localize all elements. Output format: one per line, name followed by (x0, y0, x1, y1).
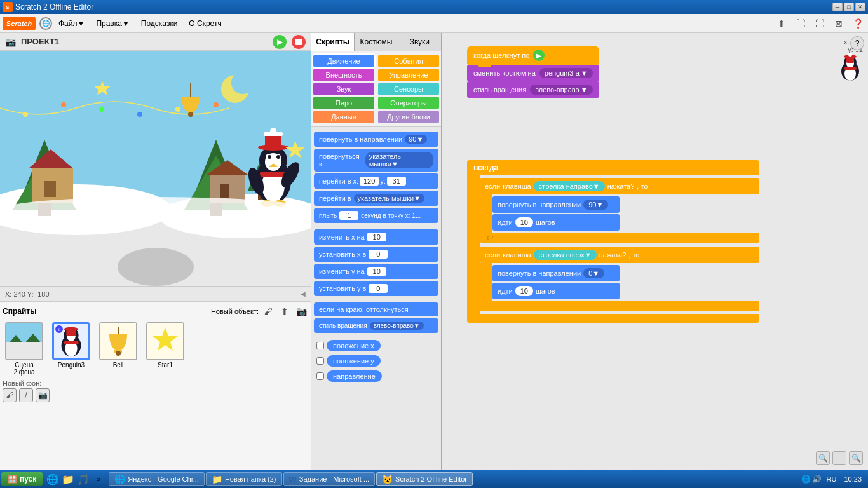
menu-tips[interactable]: Подсказки (136, 17, 183, 30)
key-right-dropdown[interactable]: стрелка направо▼ (534, 181, 605, 191)
sprite-label-penguin: Penguin3 (58, 362, 85, 369)
checkbox-y[interactable] (316, 357, 324, 365)
paint-sprite-button[interactable]: 🖌 (261, 304, 275, 318)
if-block-up[interactable]: если клавиша стрелка вверх▼ нажата? , то (480, 247, 759, 263)
dir-90-dropdown[interactable]: 90▼ (583, 200, 608, 210)
motion-block-move-10[interactable]: идти 10 шагов (492, 214, 620, 231)
steps-input-b[interactable]: 10 (515, 286, 533, 296)
oval-y[interactable]: положение y (327, 355, 381, 367)
paint-bg-button[interactable]: 🖌 (3, 388, 17, 402)
new-sprite-section: Новый объект: 🖌 ⬆ 📷 (211, 304, 308, 318)
rotation-value: влево-вправо (535, 86, 580, 93)
shrink-button[interactable]: ⊠ (831, 16, 846, 31)
category-operators[interactable]: Операторы (378, 97, 439, 109)
fullscreen-button[interactable]: ⛶ (793, 16, 808, 31)
sprite-item-star[interactable]: Star1 (144, 322, 187, 376)
zoom-in-button[interactable]: 🔍 (816, 451, 830, 465)
help-button[interactable]: ? (850, 36, 864, 50)
pressed-label-u: нажата? (599, 251, 627, 259)
oval-dir[interactable]: направление (327, 370, 382, 382)
maximize-button[interactable]: □ (844, 3, 854, 11)
category-sensing[interactable]: Сенсоры (378, 83, 439, 95)
language-button[interactable]: 🌐 (39, 17, 52, 30)
rotation-dropdown[interactable]: влево-вправо ▼ (530, 85, 592, 95)
event-block[interactable]: когда щёлкнут по ▶ (467, 46, 599, 65)
help-button[interactable]: ❓ (850, 16, 865, 31)
block-point-towards[interactable]: повернуться к указатель мышки▼ (314, 149, 438, 172)
camera-sprite-button[interactable]: 📷 (294, 304, 308, 318)
block-change-x[interactable]: изменить x на (314, 229, 438, 245)
category-looks[interactable]: Внешность (313, 69, 374, 81)
import-bg-button[interactable]: / (19, 388, 33, 402)
minimize-button[interactable]: ─ (832, 3, 843, 11)
category-data[interactable]: Данные (313, 111, 374, 123)
motion-block-turn-90[interactable]: повернуть в направлении 90▼ (492, 196, 620, 213)
stage-canvas[interactable] (0, 51, 311, 286)
coordinates-bar: X: 240 Y: -180 ◀ (0, 286, 311, 301)
expand-button[interactable]: ⛶ (812, 16, 827, 31)
green-flag-button[interactable]: ▶ (273, 35, 287, 49)
block-turn-direction[interactable]: повернуть в направлении 90▼ (314, 132, 438, 147)
key-up-dropdown[interactable]: стрелка вверх▼ (534, 250, 597, 260)
tab-costumes[interactable]: Костюмы (355, 33, 398, 51)
forever-bottom (467, 314, 759, 323)
block-set-y[interactable]: установить y в (314, 281, 438, 296)
taskbar-item-scratch[interactable]: 🐱 Scratch 2 Offline Editor (376, 472, 473, 486)
script-editor[interactable]: x: 199 y: 91 ? (442, 33, 868, 470)
camera-bg-button[interactable]: 📷 (36, 388, 50, 402)
taskbar-media-icon[interactable]: 🎵 (76, 472, 90, 486)
stop-button[interactable] (292, 35, 306, 49)
costume-dropdown[interactable]: penguin3-a ▼ (539, 68, 593, 78)
start-button[interactable]: 🪟 пуск (1, 472, 43, 486)
category-control[interactable]: Управление (378, 69, 439, 81)
block-go-to[interactable]: перейти в указатель мышки▼ (314, 191, 438, 206)
tab-sounds[interactable]: Звуки (398, 33, 441, 51)
block-glide[interactable]: плыть секунд в точку x: 1... (314, 208, 438, 223)
import-sprite-button[interactable]: ⬆ (278, 304, 292, 318)
scratch-logo: Scratch (3, 17, 36, 30)
info-badge[interactable]: i (55, 325, 63, 333)
dropdown-arrow: ▼ (581, 69, 588, 77)
tab-scripts[interactable]: Скрипты (311, 33, 355, 51)
forever-block[interactable]: всегда (467, 160, 759, 175)
sprite-item-penguin[interactable]: i Penguin3 (50, 322, 93, 376)
category-more[interactable]: Другие блоки (378, 111, 439, 123)
zoom-reset-button[interactable]: = (832, 451, 846, 465)
sprite-item-bell[interactable]: Bell (97, 322, 140, 376)
taskbar-more-icon[interactable]: » (92, 472, 105, 486)
taskbar-folder-icon[interactable]: 📁 (61, 472, 75, 486)
category-movement[interactable]: Движение (313, 55, 374, 67)
menu-about[interactable]: О Скретч (184, 17, 226, 30)
sprite-item-scene[interactable]: Сцена2 фона (3, 322, 46, 376)
block-bounce[interactable]: если на краю, оттолкнуться (314, 302, 438, 316)
svg-rect-52 (6, 342, 42, 359)
block-rotation-style[interactable]: стиль вращения влево-вправо▼ (314, 318, 438, 333)
if-block-right[interactable]: если клавиша стрелка направо▼ нажата? , … (480, 178, 759, 194)
dir-0-dropdown[interactable]: 0▼ (583, 268, 604, 278)
block-go-to-xy[interactable]: перейти в x: y: (314, 173, 438, 189)
category-events[interactable]: События (378, 55, 439, 67)
checkbox-x[interactable] (316, 342, 324, 349)
close-button[interactable]: ✕ (855, 3, 865, 11)
language-indicator[interactable]: RU (824, 475, 839, 483)
upload-button[interactable]: ⬆ (774, 16, 789, 31)
motion-block-turn-0[interactable]: повернуть в направлении 0▼ (492, 265, 620, 281)
category-sound[interactable]: Звук (313, 83, 374, 95)
oval-x[interactable]: положение x (327, 340, 381, 351)
menu-edit[interactable]: Правка▼ (91, 17, 134, 30)
menu-file[interactable]: Файл▼ (53, 17, 90, 30)
svg-point-21 (23, 112, 28, 117)
script-canvas[interactable]: x: 199 y: 91 ? (442, 33, 868, 470)
category-pen[interactable]: Перо (313, 97, 374, 109)
taskbar-item-word[interactable]: W Задание - Microsoft ... (283, 472, 376, 486)
block-change-y[interactable]: изменить y на (314, 264, 438, 279)
steps-input[interactable]: 10 (515, 217, 533, 227)
motion-block-move-10b[interactable]: идти 10 шагов (492, 283, 620, 299)
taskbar-ie-icon[interactable]: 🌐 (46, 472, 60, 486)
checkbox-dir[interactable] (316, 372, 324, 380)
resize-handle[interactable]: ◀ (301, 290, 306, 297)
block-set-x[interactable]: установить x в (314, 247, 438, 262)
taskbar-item-folder[interactable]: 📁 Новая папка (2) (206, 472, 282, 486)
taskbar-item-chrome[interactable]: 🌐 Яндекс - Google Chr... (109, 472, 205, 486)
zoom-out-button[interactable]: 🔍 (849, 451, 863, 465)
